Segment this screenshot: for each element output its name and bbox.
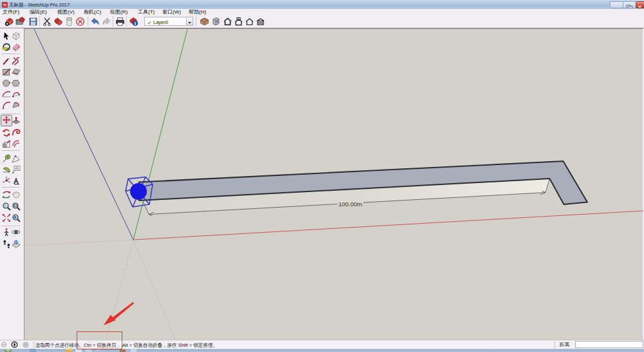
svg-text:100.00m: 100.00m — [339, 200, 363, 208]
svg-text:A1: A1 — [15, 166, 19, 170]
